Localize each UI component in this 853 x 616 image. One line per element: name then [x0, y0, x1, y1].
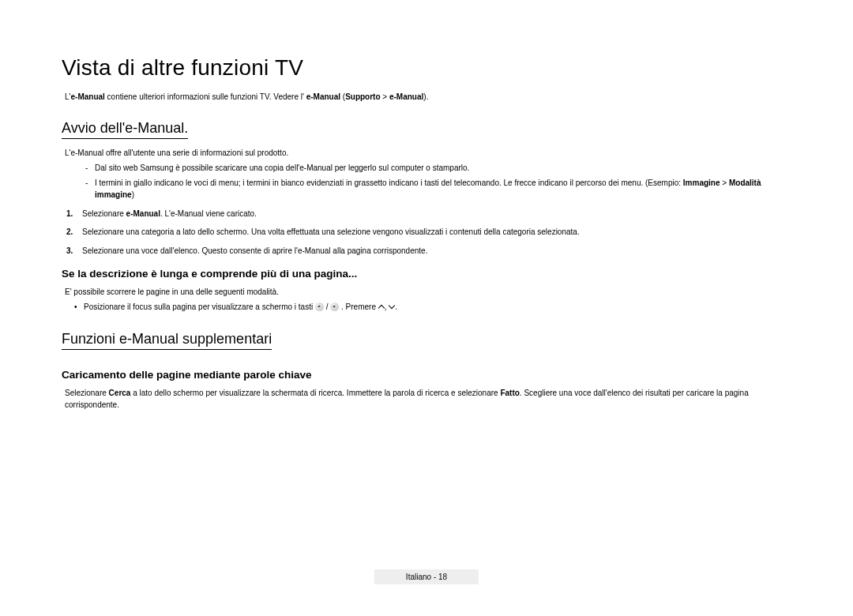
intro-paragraph: L'e-Manual contiene ulteriori informazio…: [65, 92, 791, 103]
text: Selezionare: [65, 389, 109, 397]
section-avvio: Avvio dell'e-Manual. L'e-Manual offre al…: [62, 120, 791, 314]
text: >: [381, 92, 389, 101]
step-item: Selezionare una voce dall'elenco. Questo…: [65, 245, 791, 257]
section-heading: Funzioni e-Manual supplementari: [62, 331, 272, 350]
chevron-down-icon: [389, 304, 395, 310]
body-text: E' possibile scorrere le pagine in una d…: [65, 286, 791, 298]
chevron-up-icon: [378, 304, 385, 310]
step-item: Selezionare e-Manual. L'e-Manual viene c…: [65, 208, 791, 220]
manual-page: Vista di altre funzioni TV L'e-Manual co…: [0, 0, 853, 411]
section-heading: Avvio dell'e-Manual.: [62, 120, 188, 139]
text: >: [720, 178, 729, 187]
dash-list: Dal sito web Samsung è possibile scarica…: [85, 162, 791, 201]
text: .: [395, 302, 397, 311]
menu-emanual: e-Manual: [389, 92, 423, 101]
menu-immagine: Immagine: [683, 178, 720, 187]
bullet-list: Posizionare il focus sulla pagina per vi…: [74, 301, 791, 314]
term-emanual: e-Manual: [306, 92, 340, 101]
text: ).: [423, 92, 428, 101]
text: contiene ulteriori informazioni sulle fu…: [105, 92, 306, 101]
list-item: I termini in giallo indicano le voci di …: [85, 177, 791, 201]
list-item: Dal sito web Samsung è possibile scarica…: [85, 162, 791, 175]
body-text: Selezionare Cerca a lato dello schermo p…: [65, 387, 791, 411]
subsection-heading: Caricamento delle pagine mediante parole…: [62, 369, 791, 381]
text: . L'e-Manual viene caricato.: [160, 209, 257, 218]
term-emanual: e-Manual: [126, 209, 160, 218]
term-cerca: Cerca: [109, 389, 131, 397]
term-fatto: Fatto: [500, 389, 519, 397]
section-funzioni: Funzioni e-Manual supplementari Caricame…: [62, 331, 791, 411]
text: a lato dello schermo per visualizzare la…: [130, 389, 500, 397]
text: I termini in giallo indicano le voci di …: [95, 178, 683, 187]
list-item: Posizionare il focus sulla pagina per vi…: [74, 301, 791, 314]
scroll-down-icon: [330, 302, 339, 311]
body-text: L'e-Manual offre all'utente una serie di…: [65, 147, 791, 159]
text: . Premere: [339, 302, 378, 311]
step-item: Selezionare una categoria a lato dello s…: [65, 226, 791, 239]
text: ): [132, 190, 134, 199]
page-footer: Italiano - 18: [374, 569, 479, 584]
page-title: Vista di altre funzioni TV: [62, 55, 791, 81]
term-emanual: e-Manual: [70, 92, 104, 101]
subsection-heading: Se la descrizione è lunga e comprende pi…: [62, 268, 791, 280]
text: Posizionare il focus sulla pagina per vi…: [84, 302, 315, 311]
scroll-up-icon: [315, 302, 324, 311]
numbered-steps: Selezionare e-Manual. L'e-Manual viene c…: [65, 208, 791, 257]
menu-supporto: Supporto: [345, 92, 380, 101]
text: /: [324, 302, 330, 311]
text: Selezionare: [82, 209, 126, 218]
